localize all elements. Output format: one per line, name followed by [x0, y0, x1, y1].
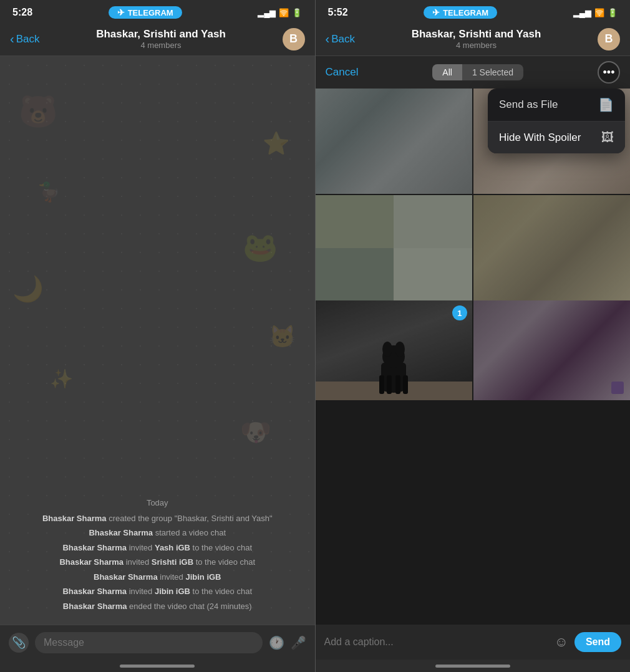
doodle-5: 🌙 — [12, 274, 44, 304]
context-menu: Send as File 📄 Hide With Spoiler 🖼 — [488, 89, 625, 153]
media-picker-area: Cancel All 1 Selected ••• Send as File 📄… — [316, 56, 631, 625]
svg-rect-3 — [379, 375, 384, 394]
segment-selected[interactable]: 1 Selected — [462, 64, 523, 80]
selected-badge: 1 — [452, 305, 467, 320]
system-msg-5: Bhaskar Sharma invited Jibin iGB to the … — [12, 585, 303, 598]
media-cell-top-left[interactable] — [316, 89, 472, 194]
right-time: 5:52 — [328, 7, 348, 18]
media-cell-mid-left[interactable] — [316, 195, 472, 300]
doodle-7: ✨ — [50, 368, 73, 390]
media-grid-bottom: 1 — [316, 300, 631, 625]
spoiler-icon: 🖼 — [601, 130, 614, 145]
left-status-icons: ▂▄▆ 🛜 🔋 — [258, 8, 302, 17]
doodle-6: 🐱 — [269, 324, 296, 350]
right-back-label[interactable]: Back — [331, 33, 355, 46]
picker-toolbar: Cancel All 1 Selected ••• — [316, 56, 631, 89]
right-avatar-initial: B — [605, 32, 613, 46]
right-chevron-icon: ‹ — [326, 32, 330, 46]
right-title-area: Bhaskar, Srishti and Yash 4 members — [355, 28, 598, 50]
caption-bar: ☺ Send — [316, 625, 631, 660]
doodle-8: 🐶 — [240, 418, 271, 447]
left-status-bar: 5:28 ✈ TELEGRAM ▂▄▆ 🛜 🔋 — [0, 0, 315, 22]
attach-icon: 📎 — [12, 636, 26, 650]
hide-with-spoiler-label: Hide With Spoiler — [499, 132, 581, 144]
right-status-icons: ▂▄▆ 🛜 🔋 — [573, 8, 618, 17]
caption-input[interactable] — [324, 636, 548, 648]
mic-icon[interactable]: 🎤 — [291, 635, 306, 650]
media-cell-mid-right[interactable] — [473, 195, 630, 300]
send-button[interactable]: Send — [574, 632, 621, 652]
left-chat-subtitle: 4 members — [39, 41, 282, 50]
right-home-bar — [435, 665, 510, 668]
battery-icon: 🔋 — [292, 8, 302, 17]
right-signal-icon: ▂▄▆ — [573, 8, 591, 17]
context-menu-send-as-file[interactable]: Send as File 📄 — [488, 89, 625, 122]
svg-rect-6 — [403, 375, 408, 394]
left-chevron-icon: ‹ — [10, 32, 14, 46]
dog-photo — [316, 300, 472, 400]
system-msg-4: Bhaskar Sharma invited Jibin iGB — [12, 571, 303, 583]
system-date: Today — [12, 498, 303, 507]
svg-rect-5 — [395, 375, 400, 394]
left-avatar[interactable]: B — [283, 28, 305, 50]
right-phone: 5:52 ✈ TELEGRAM ▂▄▆ 🛜 🔋 ‹ Back Bhaskar, … — [316, 0, 631, 672]
context-menu-hide-with-spoiler[interactable]: Hide With Spoiler 🖼 — [488, 122, 625, 153]
file-icon: 📄 — [598, 97, 614, 112]
system-msg-1: Bhaskar Sharma started a video chat — [12, 527, 303, 539]
system-msg-3: Bhaskar Sharma invited Srishti iGB to th… — [12, 556, 303, 569]
left-back-label[interactable]: Back — [16, 33, 40, 46]
segment-all[interactable]: All — [432, 64, 462, 80]
left-home-indicator — [0, 660, 315, 672]
left-phone: 5:28 ✈ TELEGRAM ▂▄▆ 🛜 🔋 ‹ Back Bhaskar, … — [0, 0, 316, 672]
left-avatar-initial: B — [289, 32, 298, 46]
left-app-name: TELEGRAM — [128, 8, 173, 17]
system-msg-0: Bhaskar Sharma created the group "Bhaska… — [12, 512, 303, 525]
right-avatar[interactable]: B — [598, 28, 620, 50]
right-home-indicator — [316, 660, 631, 672]
left-home-bar — [120, 665, 195, 668]
doodle-1: 🐻 — [19, 94, 57, 130]
right-battery-icon: 🔋 — [608, 8, 618, 17]
left-message-input[interactable] — [35, 632, 263, 653]
right-chat-subtitle: 4 members — [355, 41, 598, 50]
left-telegram-badge: ✈ TELEGRAM — [109, 6, 182, 19]
more-icon: ••• — [603, 66, 615, 79]
picker-more-button[interactable]: ••• — [598, 61, 620, 84]
system-msg-6: Bhaskar Sharma ended the video chat (24 … — [12, 600, 303, 613]
dog-silhouette — [372, 332, 415, 400]
doodle-2: ⭐ — [263, 131, 290, 156]
right-telegram-badge: ✈ TELEGRAM — [424, 6, 497, 19]
left-attach-button[interactable]: 📎 — [9, 633, 29, 653]
svg-point-8 — [395, 342, 405, 357]
svg-point-7 — [382, 342, 392, 357]
doodle-4: 🐸 — [243, 231, 278, 264]
right-app-name: TELEGRAM — [443, 8, 488, 17]
media-cell-bottom-right[interactable] — [473, 300, 630, 400]
telegram-icon: ✈ — [117, 7, 125, 17]
send-as-file-label: Send as File — [499, 98, 558, 111]
system-messages-container: Today Bhaskar Sharma created the group "… — [0, 488, 315, 625]
picker-cancel-button[interactable]: Cancel — [326, 66, 359, 79]
emoji-icon[interactable]: ☺ — [554, 634, 568, 650]
selected-photo-cell[interactable]: 1 — [316, 300, 472, 625]
left-chat-title: Bhaskar, Srishti and Yash — [39, 28, 282, 41]
right-back-button[interactable]: ‹ Back — [326, 32, 355, 46]
left-time: 5:28 — [12, 7, 32, 18]
left-back-button[interactable]: ‹ Back — [10, 32, 39, 46]
picker-segment-control: All 1 Selected — [432, 64, 523, 80]
doodle-3: 🦆 — [37, 181, 61, 203]
signal-icon: ▂▄▆ — [258, 8, 276, 17]
svg-rect-4 — [387, 375, 392, 394]
right-chat-title: Bhaskar, Srishti and Yash — [355, 28, 598, 41]
left-title-area: Bhaskar, Srishti and Yash 4 members — [39, 28, 282, 50]
system-msg-2: Bhaskar Sharma invited Yash iGB to the v… — [12, 542, 303, 554]
left-bottom-bar: 📎 🕐 🎤 — [0, 625, 315, 660]
right-telegram-icon: ✈ — [432, 7, 440, 17]
clock-icon[interactable]: 🕐 — [269, 635, 284, 650]
right-wifi-icon: 🛜 — [594, 8, 604, 17]
wifi-icon: 🛜 — [279, 8, 289, 17]
right-nav-bar: ‹ Back Bhaskar, Srishti and Yash 4 membe… — [316, 22, 631, 56]
left-chat-bg: 🐻 ⭐ 🦆 🐸 🌙 🐱 ✨ 🐶 Today Bhaskar Sharma cre… — [0, 56, 315, 625]
right-status-bar: 5:52 ✈ TELEGRAM ▂▄▆ 🛜 🔋 — [316, 0, 631, 22]
left-nav-bar: ‹ Back Bhaskar, Srishti and Yash 4 membe… — [0, 22, 315, 56]
